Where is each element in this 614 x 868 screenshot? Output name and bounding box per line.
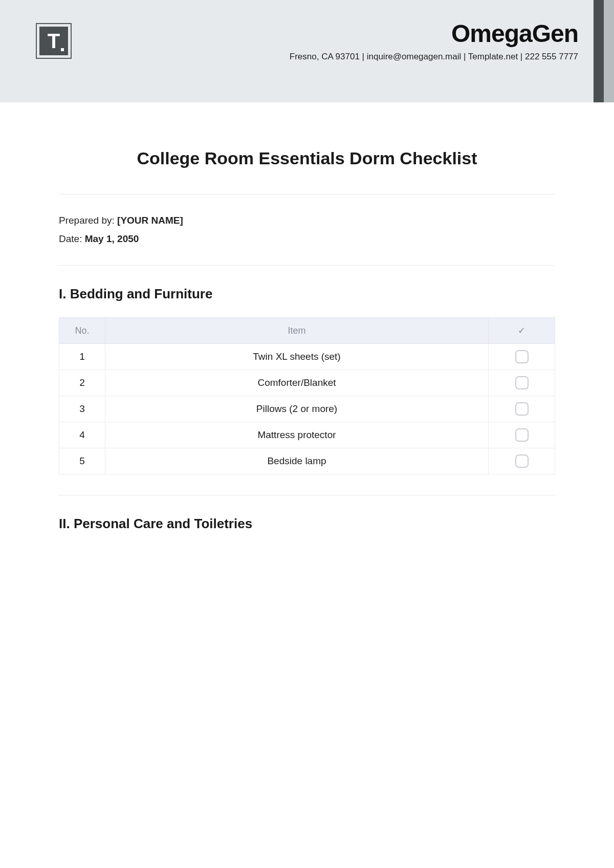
cell-item: Twin XL sheets (set)	[105, 344, 489, 370]
cell-check	[489, 422, 555, 448]
table-row: 5Bedside lamp	[59, 448, 555, 474]
document-title: College Room Essentials Dorm Checklist	[59, 148, 555, 168]
checkbox[interactable]	[515, 350, 529, 363]
logo: T	[36, 23, 72, 59]
table-row: 4Mattress protector	[59, 422, 555, 448]
cell-item: Comforter/Blanket	[105, 370, 489, 396]
cell-no: 2	[59, 370, 105, 396]
prepared-by-line: Prepared by: [YOUR NAME]	[59, 215, 555, 226]
checkbox[interactable]	[515, 402, 529, 416]
column-header-check: ✓	[489, 318, 555, 344]
cell-check	[489, 344, 555, 370]
brand-contact-info: Fresno, CA 93701 | inquire@omegagen.mail…	[290, 52, 578, 62]
column-header-item: Item	[105, 318, 489, 344]
brand-block: OmegaGen Fresno, CA 93701 | inquire@omeg…	[290, 19, 578, 62]
prepared-by-label: Prepared by:	[59, 215, 117, 226]
divider	[59, 495, 555, 495]
cell-no: 1	[59, 344, 105, 370]
logo-letter: T	[39, 27, 68, 55]
cell-no: 5	[59, 448, 105, 474]
cell-no: 3	[59, 396, 105, 422]
date-value: May 1, 2050	[85, 233, 139, 244]
section-title: II. Personal Care and Toiletries	[59, 516, 555, 532]
date-line: Date: May 1, 2050	[59, 233, 555, 245]
header-band: T OmegaGen Fresno, CA 93701 | inquire@om…	[0, 0, 614, 102]
cell-check	[489, 370, 555, 396]
cell-check	[489, 448, 555, 474]
table-row: 1Twin XL sheets (set)	[59, 344, 555, 370]
cell-no: 4	[59, 422, 105, 448]
checklist-table: No.Item✓1Twin XL sheets (set)2Comforter/…	[59, 317, 555, 474]
column-header-no: No.	[59, 318, 105, 344]
cell-check	[489, 396, 555, 422]
check-icon: ✓	[518, 326, 525, 336]
brand-name: OmegaGen	[290, 19, 578, 48]
prepared-by-value: [YOUR NAME]	[117, 215, 183, 226]
table-row: 2Comforter/Blanket	[59, 370, 555, 396]
section-title: I. Bedding and Furniture	[59, 286, 555, 302]
cell-item: Pillows (2 or more)	[105, 396, 489, 422]
checkbox[interactable]	[515, 454, 529, 468]
cell-item: Bedside lamp	[105, 448, 489, 474]
date-label: Date:	[59, 233, 85, 244]
table-row: 3Pillows (2 or more)	[59, 396, 555, 422]
header-accent-light	[604, 0, 614, 102]
header-accent-dark	[594, 0, 604, 102]
checkbox[interactable]	[515, 376, 529, 389]
document-body: College Room Essentials Dorm Checklist P…	[0, 102, 614, 532]
divider	[59, 265, 555, 266]
divider	[59, 194, 555, 194]
checkbox[interactable]	[515, 428, 529, 442]
cell-item: Mattress protector	[105, 422, 489, 448]
